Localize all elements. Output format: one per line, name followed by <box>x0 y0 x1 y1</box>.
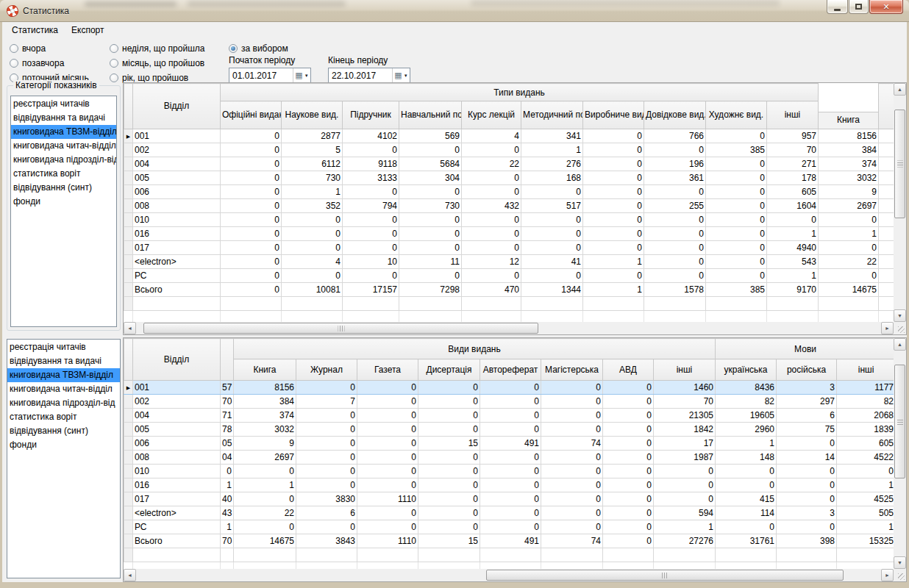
column-header[interactable]: інші <box>837 359 896 381</box>
value-cell[interactable]: 22 <box>819 255 879 269</box>
titlebar[interactable]: Статистика ✕ <box>0 0 909 22</box>
value-cell[interactable]: 2697 <box>819 199 879 213</box>
dept-cell[interactable]: 005 <box>133 423 221 437</box>
value-cell[interactable]: 0 <box>418 381 480 395</box>
value-cell[interactable]: 0 <box>343 227 399 241</box>
value-cell[interactable]: 0 <box>480 520 541 534</box>
value-cell[interactable]: 594 <box>654 506 716 520</box>
column-header[interactable]: Виробниче вид. <box>583 101 644 129</box>
sidebar-item[interactable]: книговидача читач-відділ <box>7 382 120 396</box>
value-cell[interactable]: 0 <box>583 143 644 157</box>
row-header[interactable] <box>124 269 133 283</box>
sidebar-item[interactable]: відвідування та видачі <box>7 354 120 368</box>
value-cell[interactable]: 0 <box>221 129 282 143</box>
value-cell[interactable]: 0 <box>462 143 521 157</box>
row-header[interactable] <box>124 423 133 437</box>
value-cell[interactable]: 0 <box>296 437 357 451</box>
value-cell[interactable]: 0 <box>706 269 767 283</box>
table-row[interactable]: 0080426970000001987148144522 <box>124 451 896 465</box>
column-header[interactable]: АВД <box>603 359 654 381</box>
value-cell[interactable]: 0 <box>521 241 583 255</box>
value-cell[interactable]: 0 <box>462 241 521 255</box>
value-cell[interactable] <box>777 548 837 562</box>
row-header[interactable] <box>124 199 133 213</box>
value-cell[interactable]: 0 <box>706 185 767 199</box>
table-row[interactable]: 00270384700000708229782 <box>124 395 896 409</box>
clipped-cell[interactable]: 0 <box>221 465 234 478</box>
value-cell[interactable]: 1842 <box>654 423 716 437</box>
sidebar-item[interactable]: відвідування (синт) <box>11 181 116 195</box>
value-cell[interactable]: 0 <box>480 478 541 492</box>
value-cell[interactable]: 605 <box>767 185 819 199</box>
dept-cell[interactable]: Всього <box>133 283 221 297</box>
value-cell[interactable]: 11 <box>399 255 462 269</box>
dept-cell[interactable]: 017 <box>133 241 221 255</box>
value-cell[interactable]: 114 <box>716 506 777 520</box>
column-header[interactable]: Наукове вид. <box>282 101 343 129</box>
value-cell[interactable]: 0 <box>480 423 541 437</box>
radio-option[interactable]: місяць, що пройшов <box>110 58 204 68</box>
dept-cell[interactable]: Всього <box>133 534 221 548</box>
value-cell[interactable]: 0 <box>480 451 541 465</box>
value-cell[interactable] <box>603 548 654 562</box>
value-cell[interactable]: 1 <box>716 437 777 451</box>
minimize-button[interactable] <box>827 0 848 14</box>
column-header[interactable]: Книга <box>819 101 879 129</box>
value-cell[interactable]: 491 <box>480 534 541 548</box>
value-cell[interactable]: 0 <box>221 269 282 283</box>
row-header[interactable] <box>124 409 133 423</box>
column-header-dept[interactable]: Відділ <box>133 84 221 129</box>
table-row[interactable]: 0020500010038570384 <box>124 143 896 157</box>
value-cell[interactable]: 3843 <box>296 534 357 548</box>
value-cell[interactable]: 19605 <box>716 409 777 423</box>
value-cell[interactable] <box>541 548 603 562</box>
value-cell[interactable]: 8156 <box>819 129 879 143</box>
value-cell[interactable]: 432 <box>462 199 521 213</box>
row-header[interactable] <box>124 255 133 269</box>
value-cell[interactable]: 0 <box>644 185 706 199</box>
sidebar-item[interactable]: відвідування (синт) <box>7 424 120 438</box>
value-cell[interactable]: 0 <box>357 409 418 423</box>
value-cell[interactable] <box>706 297 767 311</box>
value-cell[interactable]: 168 <box>521 171 583 185</box>
value-cell[interactable]: 385 <box>706 143 767 157</box>
top-grid-vertical-scrollbar[interactable]: ▲ ▼ <box>894 83 906 322</box>
value-cell[interactable]: 4102 <box>343 129 399 143</box>
row-header[interactable] <box>124 297 133 311</box>
value-cell[interactable]: 505 <box>837 506 896 520</box>
value-cell[interactable]: 0 <box>583 157 644 171</box>
column-header[interactable]: Методичний посібник <box>521 101 583 129</box>
value-cell[interactable]: 75 <box>777 423 837 437</box>
clipped-cell[interactable]: 78 <box>221 423 234 437</box>
scroll-down-button[interactable]: ▼ <box>894 309 906 322</box>
dept-cell[interactable]: 017 <box>133 492 221 506</box>
maximize-button[interactable] <box>849 0 869 14</box>
value-cell[interactable]: 5 <box>282 143 343 157</box>
value-cell[interactable]: 0 <box>541 492 603 506</box>
value-cell[interactable] <box>644 297 706 311</box>
sidebar-item[interactable]: книговидача ТВЗМ-відділ <box>7 368 120 382</box>
clipped-cell[interactable]: 70 <box>221 534 234 548</box>
value-cell[interactable]: 0 <box>234 465 296 478</box>
column-header[interactable]: Навчальний посібник <box>399 101 462 129</box>
value-cell[interactable]: 0 <box>480 465 541 478</box>
value-cell[interactable]: 0 <box>418 478 480 492</box>
row-header[interactable] <box>124 534 133 548</box>
value-cell[interactable]: 0 <box>541 423 603 437</box>
table-row[interactable]: 00578303200000018422960751839 <box>124 423 896 437</box>
value-cell[interactable]: 12 <box>462 255 521 269</box>
value-cell[interactable]: 0 <box>462 213 521 227</box>
value-cell[interactable]: 5684 <box>399 157 462 171</box>
value-cell[interactable]: 0 <box>480 492 541 506</box>
value-cell[interactable]: 0 <box>480 395 541 409</box>
value-cell[interactable]: 0 <box>234 520 296 534</box>
value-cell[interactable]: 17 <box>654 437 716 451</box>
value-cell[interactable]: 0 <box>343 269 399 283</box>
value-cell[interactable]: 730 <box>282 171 343 185</box>
table-row[interactable]: 005073031333040168036101783032 <box>124 171 896 185</box>
dept-cell[interactable] <box>133 297 221 311</box>
value-cell[interactable]: 8436 <box>716 381 777 395</box>
value-cell[interactable]: 1177 <box>837 381 896 395</box>
new-row[interactable] <box>124 548 896 562</box>
period-end-picker-button[interactable]: ▦ ▼ <box>392 68 410 82</box>
